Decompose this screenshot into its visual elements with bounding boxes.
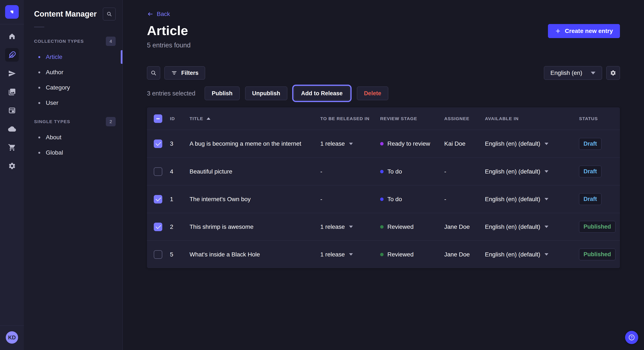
chevron-down-icon xyxy=(544,253,548,256)
user-avatar[interactable]: KD xyxy=(6,331,18,344)
row-checkbox[interactable] xyxy=(154,195,162,203)
settings-gear-icon[interactable] xyxy=(5,159,19,173)
single-types-label: SINGLE TYPES xyxy=(34,119,70,124)
cell-locale-dropdown[interactable]: English (en) (default) xyxy=(485,196,577,203)
table-row[interactable]: 3 A bug is becoming a meme on the intern… xyxy=(147,130,620,158)
locale-select[interactable]: English (en) xyxy=(544,66,602,80)
chevron-down-icon xyxy=(591,72,596,74)
single-types-section: SINGLE TYPES 2 AboutGlobal xyxy=(24,117,122,160)
sidebar-item-author[interactable]: Author xyxy=(24,65,122,80)
back-label: Back xyxy=(157,11,170,17)
create-new-entry-button[interactable]: Create new entry xyxy=(548,24,620,38)
deploy-cloud-icon[interactable] xyxy=(5,122,19,136)
row-checkbox[interactable] xyxy=(154,223,162,231)
sidebar-item-about[interactable]: About xyxy=(24,130,122,145)
table-row[interactable]: 5 What's inside a Black Hole 1 release R… xyxy=(147,240,620,268)
bullet-icon xyxy=(38,87,40,89)
status-badge: Draft xyxy=(579,138,602,150)
bullet-icon xyxy=(38,71,40,73)
stage-dot xyxy=(380,253,384,256)
table-row[interactable]: 4 Beautiful picture - To do - English (e… xyxy=(147,158,620,185)
content-manager-icon[interactable] xyxy=(5,48,19,62)
chevron-down-icon xyxy=(349,143,353,145)
page-title: Article xyxy=(147,24,188,37)
row-checkbox[interactable] xyxy=(154,167,162,176)
table-row[interactable]: 1 The internet's Own boy - To do - Engli… xyxy=(147,185,620,213)
cell-assignee: Kai Doe xyxy=(444,140,485,147)
selection-count-text: 3 entries selected xyxy=(147,90,195,97)
cell-review-stage: Reviewed xyxy=(380,223,444,230)
status-badge: Draft xyxy=(579,166,602,177)
back-link[interactable]: Back xyxy=(147,11,170,17)
cell-locale-dropdown[interactable]: English (en) (default) xyxy=(485,168,577,175)
header-assignee: ASSIGNEE xyxy=(444,116,485,121)
help-button[interactable]: ? xyxy=(625,331,638,344)
sidebar-title: Content Manager xyxy=(34,9,97,18)
entries-table: ID TITLE TO BE RELEASED IN REVIEW STAGE … xyxy=(147,107,620,268)
add-to-release-button[interactable]: Add to Release xyxy=(294,87,350,100)
strapi-logo-icon xyxy=(8,8,16,15)
releases-icon[interactable] xyxy=(5,67,19,80)
marketplace-cart-icon[interactable] xyxy=(5,141,19,154)
home-icon[interactable] xyxy=(5,29,19,43)
bullet-icon xyxy=(38,56,40,58)
cell-assignee: Jane Doe xyxy=(444,251,485,258)
sidebar-item-user[interactable]: User xyxy=(24,95,122,111)
main-nav-rail: KD xyxy=(0,0,24,350)
sidebar-item-category[interactable]: Category xyxy=(24,80,122,95)
bullet-icon xyxy=(38,152,40,154)
cell-review-stage: Reviewed xyxy=(380,251,444,258)
sidebar-item-global[interactable]: Global xyxy=(24,145,122,160)
sidebar-item-label: Author xyxy=(46,69,64,76)
sidebar-search-button[interactable] xyxy=(103,8,116,20)
unpublish-button[interactable]: Unpublish xyxy=(245,87,287,100)
cell-title: The internet's Own boy xyxy=(190,196,320,203)
cell-locale-dropdown[interactable]: English (en) (default) xyxy=(485,251,577,258)
media-library-icon[interactable] xyxy=(5,85,19,99)
sidebar-item-label: Global xyxy=(46,149,63,156)
delete-button[interactable]: Delete xyxy=(357,87,388,100)
publish-button[interactable]: Publish xyxy=(205,87,240,100)
cell-release-dropdown[interactable]: 1 release xyxy=(320,223,380,230)
content-type-builder-icon[interactable] xyxy=(5,104,19,117)
cell-release-dropdown[interactable]: - xyxy=(320,196,380,203)
table-row[interactable]: 2 This shrimp is awesome 1 release Revie… xyxy=(147,213,620,240)
row-checkbox[interactable] xyxy=(154,250,162,259)
sidebar-item-label: About xyxy=(46,134,61,141)
sidebar-item-article[interactable]: Article xyxy=(24,49,122,65)
search-entries-button[interactable] xyxy=(147,66,160,80)
table-header-row: ID TITLE TO BE RELEASED IN REVIEW STAGE … xyxy=(147,107,620,130)
cell-assignee: - xyxy=(444,168,485,175)
cell-release-dropdown[interactable]: 1 release xyxy=(320,251,380,258)
status-badge: Draft xyxy=(579,193,602,205)
cell-locale-dropdown[interactable]: English (en) (default) xyxy=(485,140,577,147)
filters-button[interactable]: Filters xyxy=(164,66,205,80)
cell-id: 1 xyxy=(170,196,190,203)
stage-dot xyxy=(380,170,384,173)
cell-id: 5 xyxy=(170,251,190,258)
search-icon xyxy=(106,11,112,17)
cell-title: What's inside a Black Hole xyxy=(190,251,320,258)
chevron-down-icon xyxy=(544,226,548,228)
cell-locale-dropdown[interactable]: English (en) (default) xyxy=(485,223,577,230)
cell-review-stage: To do xyxy=(380,196,444,203)
collection-types-count-badge: 4 xyxy=(106,37,116,46)
search-icon xyxy=(150,70,157,76)
header-title-sort[interactable]: TITLE xyxy=(190,116,320,121)
strapi-logo[interactable] xyxy=(5,5,19,19)
stage-dot xyxy=(380,197,384,201)
cell-release-dropdown[interactable]: - xyxy=(320,168,380,175)
chevron-down-icon xyxy=(544,143,548,145)
filters-label: Filters xyxy=(181,70,198,76)
header-status: STATUS xyxy=(577,116,620,121)
arrow-left-icon xyxy=(147,11,153,17)
cell-review-stage: Ready to review xyxy=(380,140,444,147)
chevron-down-icon xyxy=(544,170,548,173)
row-checkbox[interactable] xyxy=(154,140,162,148)
select-all-checkbox[interactable] xyxy=(154,114,162,123)
chevron-down-icon xyxy=(349,226,353,228)
cell-title: This shrimp is awesome xyxy=(190,223,320,230)
plus-icon xyxy=(555,28,561,34)
view-settings-button[interactable] xyxy=(606,66,620,80)
cell-release-dropdown[interactable]: 1 release xyxy=(320,140,380,147)
